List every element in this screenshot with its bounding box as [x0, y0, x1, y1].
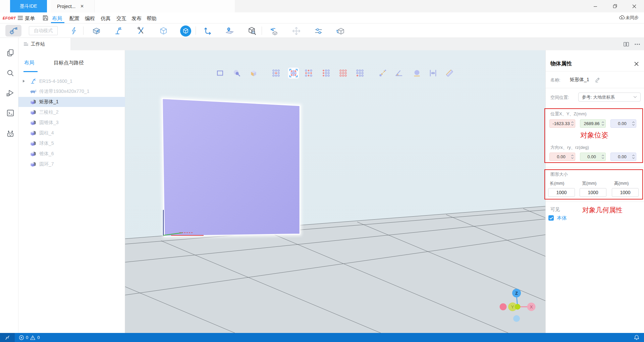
orientation-gizmo[interactable]: Y X Z — [494, 285, 541, 327]
panel-close-icon[interactable] — [634, 61, 639, 67]
orientation-ry-value[interactable]: 0.00 — [582, 154, 601, 159]
tools-icon[interactable] — [136, 26, 146, 36]
problems-indicator[interactable]: 0 0 — [19, 333, 40, 342]
sliders-icon[interactable] — [314, 26, 323, 36]
spinner-arrows-icon[interactable] — [571, 121, 574, 126]
spinner-arrows-icon[interactable] — [601, 121, 604, 126]
robot-arm-icon[interactable] — [114, 26, 123, 36]
expand-arrow-icon[interactable] — [18, 79, 26, 83]
tree-item-cylinder[interactable]: 圆柱_4 — [18, 128, 125, 138]
menu-item-biancheng[interactable]: 编程 — [85, 14, 95, 22]
menu-item-peizhi[interactable]: 配置 — [69, 14, 79, 22]
tree-item-rect-selected[interactable]: 矩形体_1 — [18, 97, 125, 107]
height-input[interactable] — [612, 188, 639, 197]
tree-item-prism[interactable]: 三棱柱_2 — [18, 107, 125, 117]
robot-config-icon[interactable] — [5, 25, 21, 37]
workspace-tab[interactable]: 工作站 — [18, 38, 70, 50]
place-pin-icon[interactable] — [225, 26, 234, 36]
menu-item-caidan[interactable]: 菜单 — [25, 14, 35, 22]
position-y-spinner[interactable]: 2689.86 — [580, 119, 606, 128]
doc-tab-project[interactable]: Project... ✕ — [51, 0, 95, 12]
gizmo-neg-x-dot[interactable] — [500, 303, 507, 310]
edit-name-icon[interactable] — [595, 76, 601, 82]
zoom-area-icon[interactable] — [231, 68, 242, 78]
menu-item-jiaohu[interactable]: 交互 — [116, 14, 126, 22]
split-view-icon[interactable] — [623, 42, 629, 47]
body-visible-checkbox[interactable] — [548, 215, 554, 221]
tab-targets-paths[interactable]: 目标点与路径 — [54, 60, 84, 66]
menu-item-fabu[interactable]: 发布 — [131, 14, 142, 22]
orientation-rx-spinner[interactable]: 0.00 — [549, 153, 575, 161]
auto-mode-button[interactable]: 自动模式 — [29, 26, 58, 35]
spinner-arrows-icon[interactable] — [571, 154, 574, 159]
position-x-spinner[interactable]: -1623.33 — [549, 119, 575, 128]
gizmo-neg-z-dot[interactable] — [513, 315, 520, 322]
menu-item-buju[interactable]: 布局 — [52, 14, 62, 22]
grid-diamond-points-icon[interactable] — [303, 68, 314, 78]
doc-tab-close-icon[interactable]: ✕ — [80, 4, 84, 9]
measure-angle-icon[interactable] — [393, 68, 404, 78]
reference-frame-dropdown[interactable]: 参考: 大地坐标系 — [578, 93, 641, 102]
sync-model-icon[interactable] — [336, 26, 345, 36]
viewport-3d[interactable]: Y X Z — [125, 50, 545, 333]
select-area-icon[interactable] — [215, 68, 225, 78]
minimize-button[interactable] — [586, 0, 605, 12]
menu-item-fangzhen[interactable]: 仿真 — [101, 14, 111, 22]
rect-body-face[interactable] — [162, 99, 300, 236]
position-x-value[interactable]: -1623.33 — [551, 121, 571, 126]
body-checkbox-label[interactable]: 本体 — [557, 215, 567, 221]
debug-icon[interactable] — [6, 89, 15, 98]
remote-disconnect-button[interactable] — [0, 333, 15, 342]
grid-all-points-icon[interactable] — [338, 68, 348, 78]
position-z-value[interactable]: 0.00 — [612, 121, 632, 126]
tree-item-sphere[interactable]: 球体_5 — [18, 138, 125, 149]
measure-sphere-icon[interactable] — [412, 68, 422, 78]
terminal-icon[interactable] — [6, 109, 15, 117]
close-button[interactable] — [625, 0, 644, 12]
width-input[interactable] — [580, 188, 606, 197]
spinner-arrows-icon[interactable] — [601, 154, 604, 159]
rotate-cube-icon[interactable] — [269, 26, 278, 36]
tree-item-taper[interactable]: 锥体_6 — [18, 149, 125, 159]
position-y-value[interactable]: 2689.86 — [582, 121, 601, 126]
measure-ruler-icon[interactable] — [444, 68, 455, 78]
restore-button[interactable] — [605, 0, 625, 12]
notifications-button[interactable] — [634, 333, 639, 342]
grid-single-point-icon[interactable] — [355, 68, 365, 78]
move-axes-icon[interactable] — [203, 26, 212, 36]
tree-item-conveyor[interactable]: 传送带1930x420x770_1 — [18, 87, 125, 97]
hamburger-icon[interactable] — [17, 16, 23, 20]
focus-cube-icon[interactable] — [180, 25, 191, 37]
grid-center-point-icon[interactable] — [271, 68, 281, 78]
machine-icon[interactable] — [92, 26, 101, 36]
sync-status[interactable]: 未同步 — [619, 15, 639, 21]
cube-outline-icon[interactable] — [159, 26, 168, 36]
orientation-rz-value[interactable]: 0.00 — [612, 154, 632, 159]
menu-item-bangzhu[interactable]: 帮助 — [147, 14, 157, 22]
position-z-spinner[interactable]: 0.00 — [610, 119, 636, 128]
length-input[interactable] — [548, 188, 575, 197]
tab-layout[interactable]: 布局 — [24, 60, 34, 66]
grid-corner-points-icon-active[interactable] — [288, 68, 299, 78]
gizmo-origin-dot[interactable] — [515, 304, 521, 310]
spinner-arrows-icon[interactable] — [632, 154, 635, 159]
more-options-icon[interactable] — [635, 44, 640, 45]
orientation-rx-value[interactable]: 0.00 — [551, 154, 571, 159]
robot-assistant-icon[interactable] — [6, 130, 15, 138]
spinner-arrows-icon[interactable] — [632, 121, 635, 126]
tree-item-torus[interactable]: 圆环_7 — [18, 159, 125, 169]
inspect-cube-icon[interactable] — [247, 26, 257, 36]
measure-width-icon[interactable] — [428, 68, 438, 78]
cube-view-icon[interactable] — [248, 68, 259, 78]
app-tab[interactable]: 墨斗IDE — [10, 0, 47, 12]
search-icon[interactable] — [6, 69, 15, 77]
copy-icon[interactable] — [6, 49, 15, 57]
orientation-rz-spinner[interactable]: 0.00 — [610, 153, 636, 161]
tree-item-cone[interactable]: 圆锥体_3 — [18, 118, 125, 128]
quick-run-icon[interactable] — [69, 26, 79, 36]
save-icon[interactable] — [43, 15, 48, 21]
orientation-ry-spinner[interactable]: 0.00 — [580, 153, 606, 161]
tree-item-robot[interactable]: ER15-4-1600_1 — [18, 76, 125, 86]
grid-edge-points-icon[interactable] — [321, 68, 331, 78]
measure-distance-icon[interactable] — [377, 68, 388, 78]
